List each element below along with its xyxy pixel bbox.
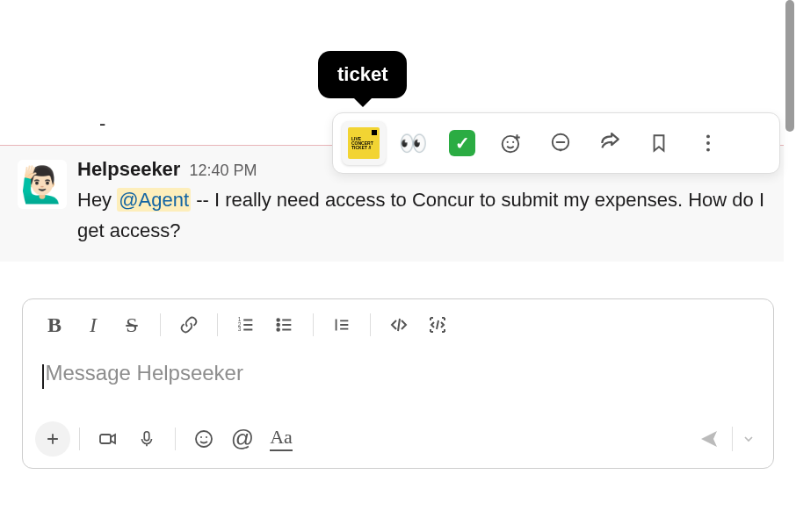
- scrollbar[interactable]: [784, 0, 796, 532]
- strike-icon: S: [126, 313, 137, 337]
- svg-point-16: [200, 436, 202, 438]
- format-toggle-button[interactable]: Aa: [262, 421, 300, 457]
- audio-button[interactable]: [127, 421, 166, 457]
- message-input[interactable]: Message Helpseeker: [23, 350, 773, 415]
- bookmark-button[interactable]: [637, 121, 681, 165]
- svg-point-12: [277, 328, 279, 331]
- sender-name[interactable]: Helpseeker: [77, 158, 180, 181]
- svg-point-15: [196, 431, 212, 447]
- bullet-list-button[interactable]: [265, 307, 304, 342]
- italic-icon: I: [90, 313, 97, 337]
- italic-button[interactable]: I: [74, 307, 112, 342]
- svg-rect-13: [100, 435, 111, 443]
- reaction-ticket[interactable]: LIVECONCERTTICKET //: [342, 121, 386, 165]
- text-cursor: [42, 364, 44, 389]
- bold-icon: B: [47, 313, 62, 337]
- send-options-button[interactable]: [736, 421, 761, 457]
- svg-text:3: 3: [238, 326, 242, 332]
- svg-point-0: [503, 136, 518, 152]
- scrollbar-thumb[interactable]: [785, 0, 794, 132]
- strike-button[interactable]: S: [112, 307, 151, 342]
- share-icon: [598, 132, 621, 155]
- input-placeholder: Message Helpseeker: [46, 361, 243, 385]
- svg-point-6: [706, 148, 710, 152]
- code-button[interactable]: [380, 307, 418, 342]
- svg-point-17: [206, 436, 207, 438]
- share-button[interactable]: [588, 121, 632, 165]
- video-button[interactable]: [89, 421, 127, 457]
- thread-icon: [549, 132, 572, 155]
- add-reaction-icon: [500, 132, 523, 155]
- stray-dash: -: [99, 112, 105, 135]
- codeblock-icon: [427, 314, 448, 335]
- send-button[interactable]: [690, 421, 728, 457]
- svg-point-5: [706, 141, 710, 145]
- more-actions-button[interactable]: [686, 121, 730, 165]
- message-time: 12:40 PM: [189, 162, 257, 180]
- toolbar-separator: [160, 313, 161, 336]
- format-toolbar: B I S 123: [23, 299, 773, 350]
- bullet-list-icon: [275, 315, 294, 334]
- link-button[interactable]: [170, 307, 208, 342]
- emoji-button[interactable]: [185, 421, 223, 457]
- blockquote-button[interactable]: [322, 307, 361, 342]
- emoji-icon: [193, 428, 214, 449]
- message-text-prefix: Hey: [77, 189, 117, 211]
- attach-button[interactable]: [35, 421, 70, 457]
- ordered-list-icon: 123: [236, 315, 256, 334]
- mic-icon: [137, 429, 156, 449]
- codeblock-button[interactable]: [418, 307, 457, 342]
- message-actions-bar: LIVECONCERTTICKET // 👀 ✓: [332, 112, 780, 174]
- toolbar-separator: [217, 313, 218, 336]
- svg-rect-14: [144, 432, 149, 441]
- reaction-eyes[interactable]: 👀: [391, 121, 435, 165]
- bookmark-icon: [648, 132, 670, 155]
- composer-actions: @ Aa: [23, 415, 773, 468]
- at-icon: @: [231, 425, 254, 452]
- code-icon: [388, 314, 409, 335]
- add-reaction-button[interactable]: [489, 121, 533, 165]
- toolbar-separator: [175, 428, 176, 450]
- svg-point-11: [277, 324, 279, 327]
- avatar[interactable]: 🙋🏻‍♂️: [18, 160, 67, 209]
- plus-icon: [44, 430, 62, 448]
- more-vertical-icon: [697, 132, 720, 155]
- eyes-icon: 👀: [399, 130, 427, 157]
- link-icon: [179, 315, 199, 334]
- toolbar-separator: [732, 427, 733, 451]
- check-icon: ✓: [449, 130, 475, 156]
- format-icon: Aa: [270, 426, 293, 451]
- send-icon: [698, 428, 720, 449]
- message-composer: B I S 123 Message Helpseeker: [22, 298, 774, 469]
- reply-thread-button[interactable]: [539, 121, 583, 165]
- mention-button[interactable]: @: [223, 421, 262, 457]
- message-text: Hey @Agent -- I really need access to Co…: [77, 184, 766, 246]
- ticket-icon: LIVECONCERTTICKET //: [348, 127, 380, 159]
- emoji-tooltip: ticket: [318, 51, 407, 98]
- toolbar-separator: [79, 428, 80, 450]
- mention[interactable]: @Agent: [117, 188, 191, 212]
- bold-button[interactable]: B: [35, 307, 74, 342]
- blockquote-icon: [332, 315, 351, 334]
- reaction-check[interactable]: ✓: [440, 121, 484, 165]
- toolbar-separator: [313, 313, 314, 336]
- video-icon: [98, 428, 119, 449]
- svg-point-10: [277, 319, 279, 321]
- svg-point-4: [706, 134, 710, 138]
- svg-point-2: [512, 141, 514, 143]
- toolbar-separator: [370, 313, 371, 336]
- ordered-list-button[interactable]: 123: [227, 307, 265, 342]
- chevron-down-icon: [742, 432, 756, 446]
- svg-point-1: [507, 141, 509, 143]
